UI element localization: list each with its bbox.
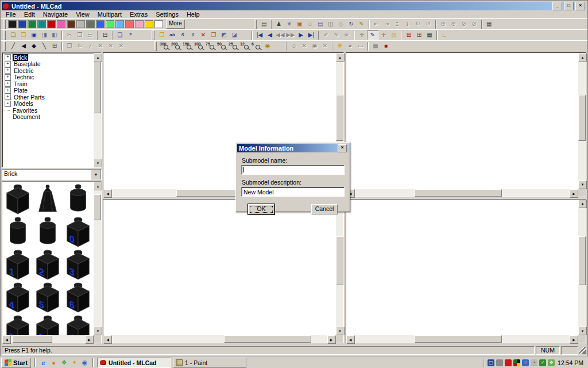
swap-submodel-icon[interactable]: ❐ (208, 31, 219, 40)
part-thumbnail-2[interactable]: 2 (34, 250, 61, 282)
quicklaunch-ie-icon[interactable]: e (39, 358, 48, 367)
draw-line-tool-icon[interactable]: ╱ (8, 42, 18, 51)
nav-next-icon[interactable]: ▶ (296, 31, 306, 40)
tray-sync-icon[interactable]: ❖ (548, 359, 555, 366)
viewport-vscrollbar[interactable]: ▲▼ (578, 200, 586, 336)
tree-item-favorites[interactable]: Favorites (3, 107, 94, 114)
more-colors-button[interactable]: More (166, 20, 185, 29)
expand-icon[interactable]: + (5, 80, 11, 87)
ok-button[interactable]: OK (248, 204, 274, 214)
tray-agent-icon[interactable] (496, 359, 503, 366)
export-submodel-icon[interactable]: ◩ (219, 31, 229, 40)
color-swatch-1[interactable] (18, 20, 26, 28)
scroll-track[interactable] (94, 62, 101, 159)
scroll-down-icon[interactable]: ▼ (94, 159, 102, 167)
image-icon[interactable]: ▣ (295, 20, 305, 29)
grid-medium-icon[interactable]: ⊞ (414, 31, 424, 40)
move-mode-icon[interactable]: ✛ (378, 31, 389, 40)
hatch-grid-icon[interactable]: ▦ (370, 42, 381, 51)
dialog-close-icon[interactable]: ✕ (338, 144, 347, 152)
zoom-12-button[interactable]: 12 (239, 42, 251, 51)
color-swatch-4[interactable] (47, 20, 56, 28)
scroll-left-icon[interactable]: ◀ (346, 335, 355, 344)
gear-icon[interactable]: ✳ (284, 20, 295, 29)
color-swatch-9[interactable] (96, 20, 105, 28)
menu-multipart[interactable]: Multipart (94, 10, 126, 18)
menu-file[interactable]: File (2, 10, 20, 18)
title-bar[interactable]: Untitled - MLCad _ □ ✕ (2, 2, 586, 10)
zoom-25-button[interactable]: 25 (228, 42, 239, 51)
tray-ati-icon[interactable] (505, 359, 512, 366)
tree-vscrollbar[interactable]: ▲ ▼ (94, 53, 101, 167)
quicklaunch-media-icon[interactable]: ❖ (60, 358, 68, 367)
scroll-thumb[interactable] (94, 62, 101, 113)
zoom-mode-icon[interactable]: ◎ (389, 31, 399, 40)
close-button[interactable]: ✕ (575, 2, 585, 10)
zoom-100-button[interactable]: 100 (194, 42, 205, 51)
import-submodel-icon[interactable]: ◪ (229, 31, 239, 40)
tray-network-icon[interactable]: ✕ (522, 359, 529, 366)
view-pan-icon[interactable]: ✛ (357, 31, 367, 40)
color-swatch-0[interactable] (8, 20, 17, 28)
light-on-icon[interactable]: ❋ (335, 42, 345, 51)
scroll-up-icon[interactable]: ▲ (336, 53, 345, 62)
paint-brush-icon[interactable]: ✎ (357, 20, 367, 29)
viewport-vscrollbar[interactable]: ▲▼ (578, 53, 586, 189)
submodel-description-input[interactable] (243, 189, 342, 195)
cancel-button[interactable]: Cancel (311, 204, 338, 214)
dialog-title-bar[interactable]: Model Information ✕ (237, 144, 349, 152)
delete-submodel-icon[interactable]: ✕ (198, 31, 208, 40)
copy-image-icon[interactable]: ◧ (49, 31, 60, 40)
scroll-thumb[interactable] (578, 236, 586, 285)
color-swatch-12[interactable] (125, 20, 134, 28)
expand-icon[interactable]: + (5, 94, 11, 100)
save-file-icon[interactable]: ▣ (29, 31, 39, 40)
color-swatch-13[interactable] (135, 20, 144, 28)
draw-condline-tool-icon[interactable]: ╲ (39, 42, 49, 51)
part-thumbnail-3[interactable]: 3 (65, 250, 91, 282)
start-button[interactable]: Start (1, 358, 31, 368)
part-thumbnail-cone-1[interactable] (34, 184, 61, 216)
scroll-right-icon[interactable]: ▶ (570, 189, 578, 198)
parts-vscrollbar[interactable]: ▲ ▼ (94, 182, 101, 335)
tree-item-technic[interactable]: +Technic (3, 74, 94, 81)
part-group-combobox[interactable]: Brick ▼ (2, 169, 102, 180)
submodel-list-icon[interactable]: S (177, 31, 188, 40)
menu-extras[interactable]: Extras (126, 10, 152, 18)
scroll-track[interactable] (94, 190, 101, 327)
scroll-track[interactable] (578, 208, 586, 327)
scroll-thumb[interactable] (415, 189, 502, 197)
scroll-thumb[interactable] (224, 335, 311, 343)
scroll-track[interactable] (578, 62, 586, 181)
open-file-icon[interactable]: ❒ (18, 31, 29, 40)
zoom-300-button[interactable]: 300 (159, 42, 171, 51)
toolbar-grip[interactable] (3, 20, 6, 29)
toolbar-grip[interactable] (254, 20, 257, 29)
tree-item-brick[interactable]: +Brick (3, 54, 94, 61)
resize-grip[interactable] (579, 347, 586, 354)
scroll-left-icon[interactable]: ◀ (103, 189, 112, 198)
scroll-right-icon[interactable]: ▶ (570, 335, 578, 344)
tree-item-other-parts[interactable]: +Other Parts (3, 94, 94, 101)
color-swatch-15[interactable] (154, 20, 163, 28)
viewport-hscrollbar[interactable]: ◀▶ (346, 189, 579, 197)
quicklaunch-winamp-icon[interactable]: ✦ (70, 358, 79, 367)
zoom-fit-icon[interactable]: ◉ (262, 42, 273, 51)
tree-item-plate[interactable]: +Plate (3, 87, 94, 94)
part-thumbnail-cylinder-2[interactable] (65, 184, 91, 216)
color-swatch-3[interactable] (37, 20, 46, 28)
film-icon[interactable]: ▤ (315, 20, 326, 29)
task-button-paint[interactable]: 1 - Paint (173, 358, 246, 368)
parts-hscrollbar[interactable]: ◀ ▶ (2, 335, 94, 343)
scroll-down-icon[interactable]: ▼ (578, 181, 587, 189)
scroll-up-icon[interactable]: ▲ (94, 53, 102, 62)
viewport-canvas-bottom-right[interactable] (346, 200, 579, 336)
lasso-icon[interactable]: ◇ (336, 20, 346, 29)
color-swatch-7[interactable] (76, 20, 85, 28)
color-swatch-6[interactable] (67, 20, 75, 28)
rename-submodel-icon[interactable]: ab (167, 31, 177, 40)
grid-coarse-icon[interactable]: ⊞ (404, 31, 414, 40)
viewport-canvas-bottom-left[interactable] (103, 200, 336, 336)
viewport-vscrollbar[interactable]: ▲▼ (336, 200, 343, 336)
viewport-canvas-top-right[interactable] (346, 53, 579, 189)
